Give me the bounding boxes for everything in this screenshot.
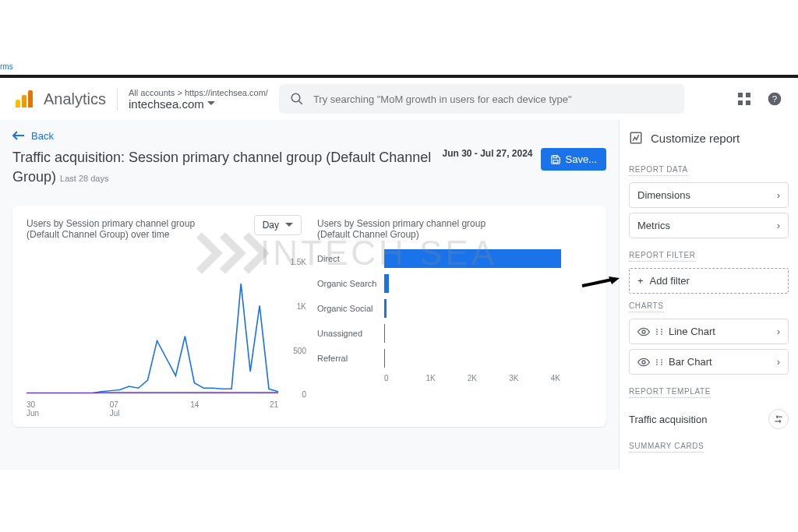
drag-handle-icon[interactable] [656,329,662,335]
eye-icon [637,327,650,336]
browser-chrome-strip: rms [0,0,798,78]
help-icon[interactable]: ? [767,91,782,107]
arrow-left-icon [12,131,25,140]
chevron-right-icon: › [777,326,780,337]
bar-segment [384,349,385,368]
date-span-label: Last 28 days [60,174,108,183]
account-switcher[interactable]: All accounts > https://intechsea.com/ in… [117,88,268,111]
svg-rect-8 [553,160,558,163]
dimensions-option[interactable]: Dimensions › [629,182,789,208]
svg-line-1 [298,100,302,104]
apps-grid-icon[interactable] [737,92,751,106]
section-summary-cards: SUMMARY CARDS [629,442,704,453]
chevron-right-icon: › [777,220,780,231]
template-name: Traffic acquisition [629,414,707,425]
bar-segment [384,299,387,318]
template-row: Traffic acquisition [629,404,789,434]
bar-row: Referral [317,346,592,371]
save-button[interactable]: Save... [541,148,606,171]
bar-row: Unassigned [317,321,592,346]
line-chart: 1.5K1K5000 30Jun07Jul1421 [26,262,302,417]
app-header: Analytics All accounts > https://intechs… [0,78,798,120]
svg-rect-9 [553,155,557,157]
property-name: intechsea.com [129,97,204,111]
bar-segment [384,324,385,343]
svg-text:?: ? [772,93,778,104]
swap-template-button[interactable] [768,409,789,429]
search-bar[interactable] [279,84,684,114]
charts-card: Users by Session primary channel group (… [12,206,606,427]
bar-category-label: Unassigned [317,329,384,338]
bar-chart-pane: Users by Session primary channel group (… [317,218,592,417]
bar-row: Organic Search [317,271,592,296]
section-charts: CHARTS [629,301,664,312]
drag-handle-icon[interactable] [656,359,662,365]
granularity-value: Day [263,220,279,231]
eye-icon [637,358,650,367]
granularity-select[interactable]: Day [254,215,302,235]
chevron-right-icon: › [777,356,780,368]
svg-rect-5 [746,100,750,105]
bar-row: Organic Social [317,296,592,321]
sidebar-title: Customize report [629,131,789,145]
bar-category-label: Organic Search [317,279,384,288]
customize-icon [629,131,643,145]
metrics-option[interactable]: Metrics › [629,213,789,238]
add-filter-label: Add filter [650,275,690,287]
line-chart-label: Line Chart [669,326,715,337]
svg-rect-4 [738,100,743,105]
svg-point-0 [291,93,300,102]
bar-chart: DirectOrganic SearchOrganic SocialUnassi… [317,246,592,382]
account-path: All accounts > https://intechsea.com/ [129,88,268,97]
bar-category-label: Referral [317,354,384,363]
swap-icon [773,414,784,425]
svg-rect-3 [746,93,750,97]
save-icon [550,154,561,165]
analytics-logo-icon [16,90,33,107]
product-name: Analytics [44,90,106,108]
line-chart-pane: Users by Session primary channel group (… [26,218,302,417]
bar-segment [384,274,389,293]
search-input[interactable] [313,93,673,105]
back-label: Back [31,130,54,142]
back-link[interactable]: Back [12,130,54,142]
line-chart-option[interactable]: Line Chart › [629,319,789,344]
bar-chart-option[interactable]: Bar Chart › [629,349,789,375]
add-filter-button[interactable]: + Add filter [629,268,789,294]
section-report-data: REPORT DATA [629,165,688,176]
section-report-filter: REPORT FILTER [629,251,696,262]
chevron-right-icon: › [777,189,780,201]
bar-segment [384,249,561,268]
main-report-area: Back Traffic acquisition: Session primar… [0,120,619,470]
svg-point-12 [642,361,645,364]
section-report-template: REPORT TEMPLATE [629,387,711,398]
customize-sidebar: Customize report REPORT DATA Dimensions … [619,120,798,470]
caret-down-icon [285,223,293,227]
bar-category-label: Organic Social [317,304,384,313]
svg-point-11 [642,330,645,333]
bar-chart-label: Bar Chart [669,356,712,368]
page-title: Traffic acquisition: Session primary cha… [12,148,434,187]
metrics-label: Metrics [637,220,670,231]
search-icon [290,92,304,106]
bar-category-label: Direct [317,254,384,263]
bar-row: Direct [317,246,592,271]
truncated-text: rms [0,62,13,71]
save-label: Save... [566,153,597,165]
date-range-picker[interactable]: Jun 30 - Jul 27, 2024 [442,148,532,160]
line-chart-title: Users by Session primary channel group (… [26,218,229,240]
bar-chart-title: Users by Session primary channel group (… [317,218,520,240]
dimensions-label: Dimensions [637,189,690,201]
svg-rect-2 [738,93,743,97]
caret-down-icon [207,101,215,106]
plus-icon: + [637,275,644,287]
